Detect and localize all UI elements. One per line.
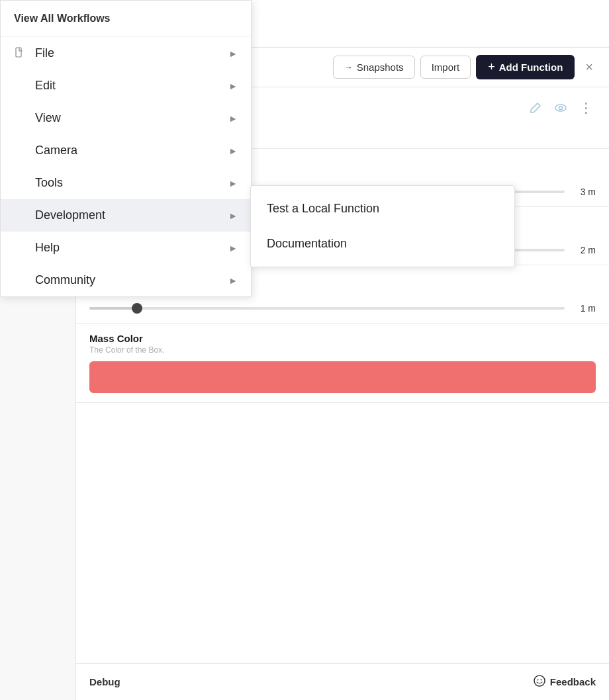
menu-view-all[interactable]: View All Workflows (1, 1, 251, 37)
file-menu-icon (14, 47, 27, 60)
menu-development-label: Development (35, 208, 105, 222)
menu-item-file-left: File (14, 46, 54, 60)
test-local-label: Test a Local Function (267, 202, 379, 215)
menu-item-camera-left: Camera (14, 144, 77, 157)
development-chevron-icon: ► (228, 210, 238, 221)
menu-item-camera[interactable]: Camera ► (1, 134, 251, 167)
menu-help-label: Help (35, 241, 60, 255)
community-chevron-icon: ► (228, 275, 238, 286)
tools-chevron-icon: ► (228, 178, 238, 189)
menu-item-community-left: Community (14, 273, 95, 287)
menu-view-all-label: View All Workflows (14, 13, 111, 24)
menu-item-tools-left: Tools (14, 176, 63, 190)
context-menu-overlay[interactable]: View All Workflows File ► (0, 0, 609, 700)
menu-camera-label: Camera (35, 144, 77, 157)
svg-rect-22 (16, 48, 21, 57)
documentation-label: Documentation (267, 237, 347, 250)
menu-item-edit[interactable]: Edit ► (1, 69, 251, 102)
main-menu: View All Workflows File ► (0, 0, 252, 297)
menu-item-help-left: Help (14, 241, 60, 255)
menu-item-edit-left: Edit (14, 79, 56, 93)
menu-community-label: Community (35, 273, 95, 287)
menu-item-file[interactable]: File ► (1, 37, 251, 69)
submenu-item-documentation[interactable]: Documentation (251, 226, 514, 261)
menu-tools-label: Tools (35, 176, 63, 190)
view-chevron-icon: ► (228, 113, 238, 124)
menu-item-view[interactable]: View ► (1, 102, 251, 134)
camera-chevron-icon: ► (228, 146, 238, 156)
menu-edit-label: Edit (35, 79, 56, 93)
menu-item-development[interactable]: Development ► (1, 199, 251, 232)
menu-item-community[interactable]: Community ► (1, 264, 251, 296)
file-chevron-icon: ► (228, 48, 238, 59)
submenu-item-test-local[interactable]: Test a Local Function (251, 191, 514, 226)
menu-item-development-left: Development (14, 208, 105, 222)
help-chevron-icon: ► (228, 243, 238, 253)
edit-chevron-icon: ► (228, 81, 238, 91)
menu-view-label: View (35, 111, 61, 125)
menu-item-help[interactable]: Help ► (1, 232, 251, 264)
menu-item-view-left: View (14, 111, 61, 125)
development-submenu: Test a Local Function Documentation (250, 185, 515, 267)
menu-item-tools[interactable]: Tools ► (1, 167, 251, 199)
app-window: Starter Workflow → Snapshots Import + Ad… (0, 0, 609, 700)
menu-file-label: File (35, 46, 54, 60)
